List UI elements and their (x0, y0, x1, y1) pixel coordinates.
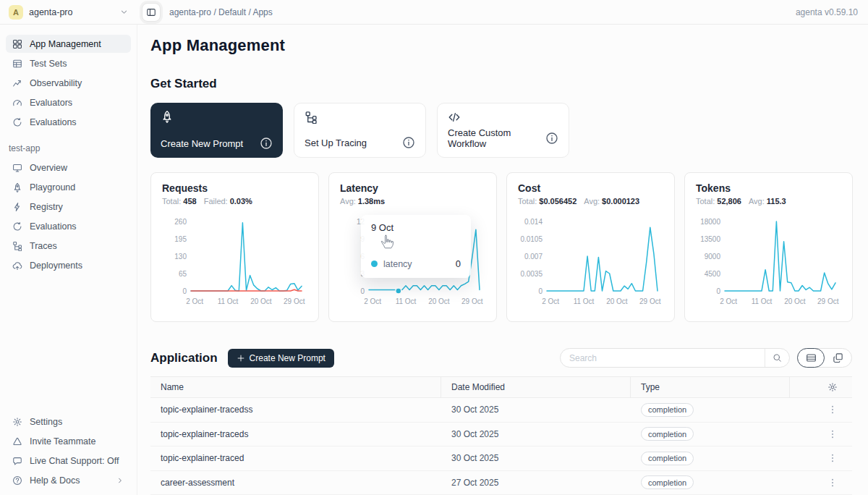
sidebar-item-help-docs[interactable]: Help & Docs (6, 471, 131, 489)
column-header-date-modified[interactable]: Date Modified (441, 377, 631, 397)
sidebar-item-invite-teammate[interactable]: Invite Teammate (6, 432, 131, 450)
table-row[interactable]: topic-explainer-tracedss30 Oct 2025compl… (150, 398, 852, 423)
cell-date-modified: 30 Oct 2025 (441, 453, 631, 463)
chart-stats: Total:52,806Avg:115.3 (696, 197, 841, 206)
search-input[interactable] (561, 353, 765, 363)
column-settings-icon[interactable] (827, 382, 838, 392)
card-bottom-row: Create New Prompt (161, 137, 273, 150)
stat-card-latency: LatencyAvg:1.38ms1296302 Oct11 Oct20 Oct… (328, 172, 497, 322)
stat-value: $0.056452 (539, 197, 576, 206)
tooltip-series-label: latency (383, 259, 412, 269)
chart-stats: Total:458Failed:0.03% (162, 197, 307, 206)
sidebar-item-label: Invite Teammate (30, 436, 95, 447)
svg-text:130: 130 (174, 253, 187, 261)
table-view-icon (806, 352, 817, 363)
sidebar-item-label: Help & Docs (30, 475, 80, 486)
application-title: Application (150, 351, 218, 365)
sidebar-item-playground[interactable]: Playground (6, 178, 131, 196)
stat-card-tokens: TokensTotal:52,806Avg:115.31800013500900… (684, 172, 853, 322)
sidebar-item-label: Traces (30, 241, 57, 251)
trend-icon (12, 78, 22, 88)
view-toggle (797, 348, 852, 368)
sidebar-item-evaluations[interactable]: Evaluations (6, 217, 131, 235)
sidebar-item-label: Live Chat Support: Off (30, 456, 119, 466)
column-header-type[interactable]: Type (631, 377, 790, 397)
cell-date-modified: 30 Oct 2025 (441, 405, 631, 415)
series-dot (371, 261, 378, 267)
sidebar-item-traces[interactable]: Traces (6, 237, 131, 255)
info-icon[interactable] (402, 136, 415, 149)
sidebar: App ManagementTest SetsObservabilityEval… (0, 25, 137, 495)
table-row[interactable]: topic-explainer-traceds30 Oct 2025comple… (150, 423, 852, 447)
svg-text:65: 65 (179, 270, 187, 278)
cell-name: career-assessment (150, 478, 441, 488)
svg-text:20 Oct: 20 Oct (428, 297, 450, 305)
sidebar-item-registry[interactable]: Registry (6, 198, 131, 216)
sidebar-section-label: test-app (9, 143, 128, 153)
svg-text:2 Oct: 2 Oct (364, 297, 381, 305)
search-button[interactable] (765, 349, 789, 367)
sidebar-item-observability[interactable]: Observability (6, 74, 131, 92)
svg-text:18000: 18000 (700, 218, 720, 226)
column-header-name[interactable]: Name (150, 377, 441, 397)
breadcrumb[interactable]: agenta-pro / Default / Apps (169, 7, 273, 17)
sidebar-item-deployments[interactable]: Deployments (6, 256, 131, 274)
get-started-card-create-new-prompt[interactable]: Create New Prompt (150, 103, 283, 158)
sidebar-item-label: Deployments (30, 261, 82, 271)
application-controls (560, 348, 852, 368)
stat-label: Total: (518, 197, 537, 206)
create-new-prompt-button[interactable]: Create New Prompt (228, 349, 334, 368)
card-view-button[interactable] (824, 349, 851, 367)
stat-label: Avg: (340, 197, 356, 206)
info-icon[interactable] (260, 137, 273, 150)
chart-tooltip: 9 Octlatency0 (361, 215, 471, 278)
svg-text:11 Oct: 11 Oct (574, 297, 595, 305)
cell-name: topic-explainer-traceds (150, 429, 441, 439)
chat-icon (12, 456, 22, 466)
cell-date-modified: 27 Oct 2025 (441, 478, 631, 488)
svg-text:11 Oct: 11 Oct (396, 297, 417, 305)
sidebar-item-test-sets[interactable]: Test Sets (6, 54, 131, 72)
sidebar-item-settings[interactable]: Settings (6, 412, 131, 431)
svg-text:0: 0 (360, 287, 365, 295)
table-view-button[interactable] (797, 348, 825, 368)
table-row[interactable]: topic-explainer-traced30 Oct 2025complet… (150, 447, 852, 471)
svg-text:2 Oct: 2 Oct (186, 297, 203, 305)
row-menu-icon[interactable] (827, 405, 838, 415)
table-row[interactable]: career-assessment27 Oct 2025completion (150, 471, 852, 495)
sidebar-item-label: Registry (30, 202, 63, 212)
gear-icon (12, 417, 22, 427)
cell-name: topic-explainer-tracedss (150, 405, 441, 415)
info-icon[interactable] (545, 132, 558, 145)
sidebar-item-evaluations[interactable]: Evaluations (6, 113, 131, 131)
hand-cursor-icon (380, 234, 394, 249)
application-header: Application Create New Prompt (150, 348, 852, 368)
top-bar: A agenta-pro agenta-pro / Default / Apps… (0, 0, 868, 25)
stat-card-requests: RequestsTotal:458Failed:0.03%26019513065… (150, 172, 319, 322)
sidebar-item-live-chat-support-off[interactable]: Live Chat Support: Off (6, 452, 131, 470)
gauge-icon (12, 98, 22, 108)
sidebar-item-app-management[interactable]: App Management (6, 35, 131, 53)
tooltip-series-row: latency0 (371, 258, 461, 269)
row-menu-icon[interactable] (827, 478, 838, 488)
svg-text:2 Oct: 2 Oct (720, 297, 737, 305)
svg-text:20 Oct: 20 Oct (606, 297, 628, 305)
sidebar-item-overview[interactable]: Overview (6, 158, 131, 177)
redo-icon (12, 117, 22, 127)
sidebar-item-label: Evaluators (30, 98, 72, 108)
cell-date-modified: 30 Oct 2025 (441, 429, 631, 439)
svg-text:0.0105: 0.0105 (520, 235, 542, 243)
chart-title: Cost (518, 182, 663, 194)
row-menu-icon[interactable] (827, 429, 838, 439)
svg-text:0: 0 (538, 287, 542, 295)
row-menu-icon[interactable] (827, 453, 838, 463)
sidebar-toggle-button[interactable] (142, 3, 161, 22)
stat-value: 1.38ms (358, 197, 385, 206)
tree-icon (305, 111, 318, 124)
sidebar-item-evaluators[interactable]: Evaluators (6, 93, 131, 111)
get-started-card-create-custom-workflow[interactable]: Create Custom Workflow (437, 103, 569, 158)
workspace-selector[interactable]: A agenta-pro (0, 0, 137, 24)
search-icon (773, 353, 782, 363)
sidebar-item-label: Evaluations (30, 221, 77, 232)
get-started-card-set-up-tracing[interactable]: Set Up Tracing (294, 103, 426, 158)
